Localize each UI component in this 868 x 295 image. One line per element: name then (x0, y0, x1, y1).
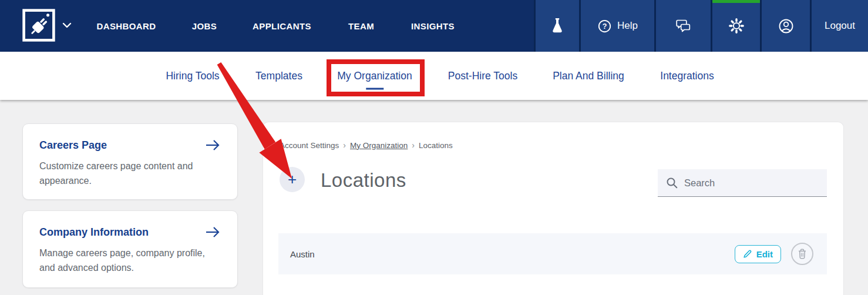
tab-label: Plan And Billing (553, 70, 624, 82)
delete-location-button[interactable] (791, 243, 813, 265)
tab-my-organization[interactable]: My Organization (337, 70, 412, 82)
page-title: Locations (321, 169, 406, 192)
logout-label: Logout (825, 20, 855, 32)
logout-button[interactable]: Logout (810, 0, 868, 52)
flask-icon (551, 18, 563, 33)
tab-label: Hiring Tools (166, 70, 219, 82)
tab-label: Templates (255, 70, 302, 82)
locations-panel: Account Settings › My Organization › Loc… (263, 122, 844, 295)
plus-icon: + (288, 170, 297, 189)
topbar-utilities: ? Help (534, 0, 868, 52)
nav-label: APPLICANTS (253, 21, 311, 31)
settings-subnav: Hiring Tools Templates My Organization P… (0, 52, 868, 100)
breadcrumb: Account Settings › My Organization › Loc… (280, 140, 453, 150)
company-information-card[interactable]: Company Information Manage careers page,… (22, 210, 238, 288)
search-box (658, 169, 827, 197)
workspace-switcher[interactable] (62, 22, 72, 28)
tab-label: My Organization (337, 70, 412, 82)
careers-page-card[interactable]: Careers Page Customize careers page cont… (22, 123, 238, 200)
messages-button[interactable] (654, 0, 711, 52)
nav-dashboard[interactable]: DASHBOARD (96, 0, 156, 52)
gear-icon (728, 18, 745, 34)
search-input[interactable] (684, 177, 819, 189)
help-button[interactable]: ? Help (579, 0, 654, 52)
tab-templates[interactable]: Templates (255, 70, 302, 82)
tab-label: Post-Hire Tools (448, 70, 517, 82)
pencil-icon (743, 249, 752, 259)
help-label: Help (617, 20, 638, 32)
location-row: Austin Edit (278, 233, 827, 274)
app-logo[interactable] (21, 8, 56, 43)
breadcrumb-locations: Locations (419, 141, 453, 150)
arrow-right-icon (204, 139, 221, 152)
breadcrumb-account-settings: Account Settings (280, 141, 339, 150)
settings-button[interactable] (711, 0, 760, 52)
labs-button[interactable] (534, 0, 579, 52)
tab-hiring-tools[interactable]: Hiring Tools (166, 70, 219, 82)
chat-bubbles-icon (675, 19, 692, 33)
chevron-down-icon (62, 22, 72, 28)
nav-label: DASHBOARD (96, 21, 156, 31)
edit-location-button[interactable]: Edit (735, 245, 781, 263)
nav-insights[interactable]: INSIGHTS (411, 0, 455, 52)
breadcrumb-my-organization-link[interactable]: My Organization (350, 141, 408, 150)
person-circle-icon (778, 18, 794, 34)
card-description: Customize careers page content and appea… (39, 159, 221, 189)
nav-team[interactable]: TEAM (348, 0, 374, 52)
top-navbar: DASHBOARD JOBS APPLICANTS TEAM INSIGHTS … (0, 0, 868, 52)
tab-post-hire-tools[interactable]: Post-Hire Tools (448, 70, 517, 82)
question-circle-icon: ? (597, 19, 612, 33)
active-tab-underline (366, 88, 383, 90)
svg-text:?: ? (603, 22, 607, 30)
tab-plan-and-billing[interactable]: Plan And Billing (553, 70, 624, 82)
search-icon (666, 177, 678, 189)
location-name: Austin (290, 249, 735, 259)
nav-jobs[interactable]: JOBS (192, 0, 217, 52)
tab-integrations[interactable]: Integrations (660, 70, 714, 82)
card-title: Company Information (39, 226, 149, 239)
active-section-indicator (712, 0, 760, 3)
plug-logo-icon (21, 8, 56, 43)
breadcrumb-separator: › (343, 140, 346, 150)
arrow-right-icon (204, 226, 221, 239)
breadcrumb-separator: › (412, 140, 415, 150)
add-location-button[interactable]: + (280, 167, 305, 192)
edit-label: Edit (756, 249, 773, 259)
card-description: Manage careers page, company profile, an… (39, 246, 221, 276)
nav-applicants[interactable]: APPLICANTS (253, 0, 311, 52)
trash-icon (797, 248, 808, 260)
account-button[interactable] (760, 0, 810, 52)
nav-label: JOBS (192, 21, 217, 31)
card-title: Careers Page (39, 139, 107, 152)
nav-label: INSIGHTS (411, 21, 455, 31)
nav-label: TEAM (348, 21, 374, 31)
tab-label: Integrations (660, 70, 714, 82)
